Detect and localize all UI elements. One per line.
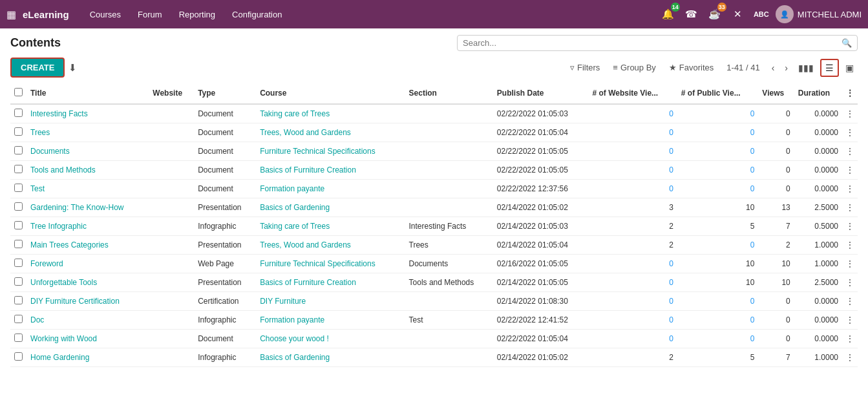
row-checkbox[interactable] [10, 180, 26, 198]
row-course[interactable]: Trees, Wood and Gardens [256, 236, 405, 255]
row-options[interactable]: ⋮ [842, 236, 858, 255]
row-website-views[interactable]: 2 [588, 217, 677, 236]
th-website-views[interactable]: # of Website Vie... [588, 83, 677, 104]
row-checkbox[interactable] [10, 161, 26, 180]
row-checkbox[interactable] [10, 311, 26, 330]
prev-page-button[interactable]: ‹ [768, 61, 779, 74]
row-public-views[interactable]: 0 [677, 330, 759, 348]
row-public-views[interactable]: 0 [677, 161, 759, 180]
row-title[interactable]: DIY Furniture Certification [26, 292, 149, 311]
row-public-views[interactable]: 0 [677, 292, 759, 311]
row-options[interactable]: ⋮ [842, 142, 858, 161]
row-website-views[interactable]: 0 [588, 273, 677, 292]
th-duration[interactable]: Duration [794, 83, 842, 104]
select-all-checkbox[interactable] [10, 83, 26, 104]
row-title[interactable]: Doc [26, 311, 149, 330]
row-website-views[interactable]: 3 [588, 198, 677, 217]
row-title[interactable]: Foreword [26, 255, 149, 273]
row-course[interactable]: Furniture Technical Specifications [256, 255, 405, 273]
row-public-views[interactable]: 5 [677, 348, 759, 367]
th-publish-date[interactable]: Publish Date [493, 83, 589, 104]
download-icon[interactable]: ⬇ [69, 62, 77, 74]
row-title[interactable]: Main Trees Categories [26, 236, 149, 255]
row-website-views[interactable]: 0 [588, 161, 677, 180]
grid-view-button[interactable]: ▣ [842, 60, 858, 76]
nav-courses[interactable]: Courses [82, 6, 129, 23]
row-course[interactable]: Basics of Gardening [256, 348, 405, 367]
th-section[interactable]: Section [405, 83, 493, 104]
user-menu[interactable]: 👤 MITCHELL ADMI [776, 5, 862, 23]
row-course[interactable]: Taking care of Trees [256, 217, 405, 236]
row-course[interactable]: Formation payante [256, 180, 405, 198]
row-title[interactable]: Trees [26, 123, 149, 142]
row-public-views[interactable]: 0 [677, 180, 759, 198]
filters-button[interactable]: ▿ Filters [565, 60, 605, 75]
row-options[interactable]: ⋮ [842, 311, 858, 330]
clock-icon[interactable]: ☕ 33 [706, 5, 724, 23]
row-options[interactable]: ⋮ [842, 273, 858, 292]
nav-reporting[interactable]: Reporting [171, 6, 223, 23]
row-course[interactable]: Basics of Furniture Creation [256, 273, 405, 292]
nav-configuration[interactable]: Configuration [224, 6, 290, 23]
search-icon[interactable]: 🔍 [842, 38, 852, 48]
row-title[interactable]: Documents [26, 142, 149, 161]
row-options[interactable]: ⋮ [842, 180, 858, 198]
search-input[interactable] [463, 38, 842, 48]
row-course[interactable]: Trees, Wood and Gardens [256, 123, 405, 142]
brand-name[interactable]: eLearning [23, 9, 69, 20]
row-website-views[interactable]: 0 [588, 180, 677, 198]
row-website-views[interactable]: 0 [588, 142, 677, 161]
row-checkbox[interactable] [10, 142, 26, 161]
row-options[interactable]: ⋮ [842, 104, 858, 123]
row-checkbox[interactable] [10, 217, 26, 236]
row-title[interactable]: Gardening: The Know-How [26, 198, 149, 217]
row-checkbox[interactable] [10, 273, 26, 292]
apps-icon[interactable]: ▦ [6, 8, 16, 21]
row-title[interactable]: Interesting Facts [26, 104, 149, 123]
close-icon[interactable]: ✕ [729, 5, 747, 23]
notifications-icon[interactable]: 🔔 14 [659, 5, 677, 23]
row-public-views[interactable]: 5 [677, 217, 759, 236]
row-options[interactable]: ⋮ [842, 123, 858, 142]
row-title[interactable]: Test [26, 180, 149, 198]
row-website-views[interactable]: 0 [588, 330, 677, 348]
th-views[interactable]: Views [758, 83, 794, 104]
row-checkbox[interactable] [10, 255, 26, 273]
row-checkbox[interactable] [10, 292, 26, 311]
th-course[interactable]: Course [256, 83, 405, 104]
row-website-views[interactable]: 0 [588, 311, 677, 330]
row-title[interactable]: Tree Infographic [26, 217, 149, 236]
chart-view-button[interactable]: ▮▮▮ [794, 60, 818, 76]
groupby-button[interactable]: ≡ Group By [608, 60, 661, 75]
row-options[interactable]: ⋮ [842, 255, 858, 273]
favorites-button[interactable]: ★ Favorites [664, 60, 719, 75]
row-checkbox[interactable] [10, 330, 26, 348]
row-options[interactable]: ⋮ [842, 292, 858, 311]
row-checkbox[interactable] [10, 198, 26, 217]
row-options[interactable]: ⋮ [842, 217, 858, 236]
row-public-views[interactable]: 0 [677, 142, 759, 161]
row-course[interactable]: Basics of Furniture Creation [256, 161, 405, 180]
row-options[interactable]: ⋮ [842, 330, 858, 348]
th-public-views[interactable]: # of Public Vie... [677, 83, 759, 104]
row-public-views[interactable]: 0 [677, 123, 759, 142]
row-course[interactable]: DIY Furniture [256, 292, 405, 311]
th-options[interactable]: ⋮ [842, 83, 858, 104]
th-type[interactable]: Type [194, 83, 256, 104]
row-website-views[interactable]: 2 [588, 348, 677, 367]
row-website-views[interactable]: 0 [588, 123, 677, 142]
next-page-button[interactable]: › [781, 61, 792, 74]
row-checkbox[interactable] [10, 348, 26, 367]
row-public-views[interactable]: 10 [677, 198, 759, 217]
row-course[interactable]: Furniture Technical Specifications [256, 142, 405, 161]
row-checkbox[interactable] [10, 123, 26, 142]
phone-icon[interactable]: ☎ [683, 5, 701, 23]
row-course[interactable]: Formation payante [256, 311, 405, 330]
th-title[interactable]: Title [26, 83, 149, 104]
row-website-views[interactable]: 0 [588, 292, 677, 311]
row-public-views[interactable]: 0 [677, 104, 759, 123]
nav-forum[interactable]: Forum [130, 6, 170, 23]
row-website-views[interactable]: 0 [588, 255, 677, 273]
row-checkbox[interactable] [10, 104, 26, 123]
row-course[interactable]: Taking care of Trees [256, 104, 405, 123]
